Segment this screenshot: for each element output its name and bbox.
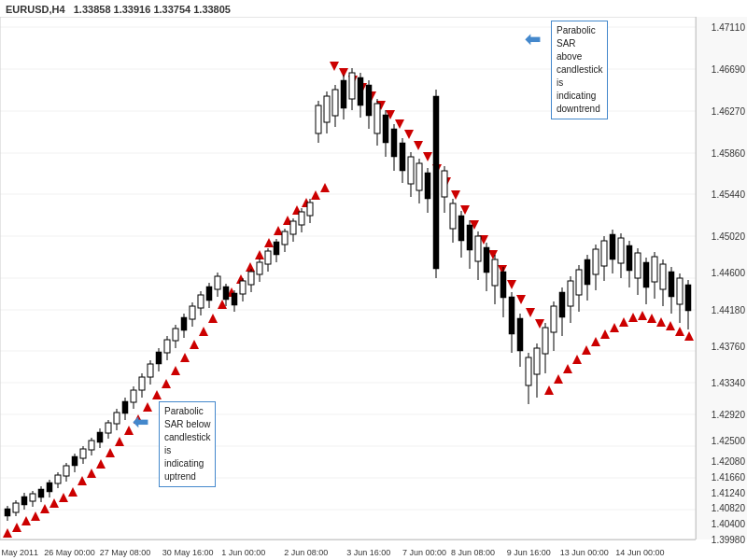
svg-rect-121 [131,390,136,402]
svg-rect-139 [206,287,212,301]
svg-marker-76 [563,364,572,373]
svg-rect-145 [232,293,237,305]
svg-marker-37 [199,327,208,336]
svg-marker-33 [162,379,171,388]
svg-rect-223 [559,292,565,317]
svg-marker-87 [666,321,675,330]
candlesticks [5,68,691,521]
y-label-16: 1.40820 [712,503,745,513]
svg-rect-203 [475,236,481,261]
svg-marker-60 [414,141,423,150]
svg-rect-107 [72,456,78,466]
svg-rect-161 [299,212,304,225]
y-label-3: 1.46270 [712,105,745,116]
svg-rect-211 [509,297,514,334]
svg-marker-22 [59,493,68,502]
svg-rect-115 [106,423,111,433]
svg-rect-113 [97,432,103,442]
svg-rect-195 [442,171,447,197]
svg-rect-243 [643,262,649,287]
svg-marker-50 [320,183,330,192]
svg-marker-43 [255,250,264,259]
y-label-14: 1.41660 [712,471,745,482]
y-label-12: 1.42500 [712,435,745,445]
svg-marker-79 [591,337,600,346]
svg-rect-235 [610,234,615,259]
svg-rect-249 [669,272,674,297]
svg-rect-93 [13,503,19,512]
downtrend-label: Parabolic SAR above candlestick is indic… [551,21,608,119]
svg-rect-241 [635,253,641,278]
svg-rect-147 [240,281,246,294]
svg-rect-239 [627,245,632,271]
x-label-7: 3 Jun 16:00 [346,548,390,557]
x-label-8: 7 Jun 00:00 [402,548,446,557]
svg-rect-231 [593,249,599,274]
svg-marker-38 [208,314,218,323]
svg-rect-157 [282,231,288,245]
y-label-15: 1.41240 [712,487,745,497]
x-label-2: 26 May 00:00 [44,548,95,557]
svg-rect-207 [492,259,498,286]
svg-marker-81 [610,323,619,332]
y-axis: 1.47110 1.46690 1.46270 1.45860 1.45440 … [696,17,747,539]
svg-rect-153 [265,251,271,264]
svg-marker-34 [171,366,180,375]
svg-marker-51 [330,62,339,71]
svg-rect-175 [358,77,363,105]
x-label-11: 13 Jun 00:00 [560,548,609,557]
y-label-4: 1.45860 [712,147,745,158]
y-label-7: 1.44600 [712,268,745,278]
svg-rect-129 [164,340,170,353]
x-label-10: 9 Jun 16:00 [507,548,551,557]
svg-rect-109 [80,449,86,458]
svg-rect-205 [484,247,489,273]
svg-marker-23 [68,487,78,497]
svg-rect-173 [349,73,355,99]
svg-marker-24 [78,476,87,485]
svg-marker-70 [507,280,516,289]
svg-rect-199 [458,216,464,241]
svg-marker-77 [572,355,582,364]
svg-rect-131 [173,329,178,341]
svg-rect-177 [366,85,372,116]
svg-marker-72 [526,308,535,317]
svg-marker-78 [582,345,591,355]
svg-rect-103 [55,475,61,483]
x-label-3: 27 May 08:00 [100,548,151,557]
svg-rect-225 [568,281,573,306]
svg-marker-74 [544,385,554,395]
y-label-17: 1.40400 [712,519,745,529]
y-label-9: 1.43760 [712,341,745,351]
svg-rect-135 [190,306,195,319]
uptrend-arrow: ⬅ [133,411,148,433]
svg-marker-84 [638,311,647,320]
svg-rect-149 [248,272,254,285]
svg-marker-18 [21,516,31,525]
y-label-6: 1.45020 [712,231,745,242]
svg-rect-189 [416,163,422,190]
svg-marker-89 [684,331,694,341]
svg-rect-197 [450,203,456,229]
svg-rect-97 [30,494,35,501]
svg-marker-28 [115,437,124,446]
svg-rect-213 [517,318,523,351]
svg-marker-21 [49,498,59,508]
svg-rect-181 [383,115,388,143]
y-label-8: 1.44180 [712,304,745,315]
x-label-6: 2 Jun 08:00 [284,548,328,557]
svg-marker-80 [600,329,610,339]
svg-marker-32 [152,390,162,399]
svg-marker-49 [311,190,320,200]
svg-marker-58 [395,119,404,129]
chart-header: EURUSD,H4 1.33858 1.33916 1.33754 1.3380… [6,4,231,15]
svg-rect-143 [223,287,229,300]
y-label-10: 1.43340 [712,378,745,388]
svg-rect-171 [341,80,346,108]
svg-marker-83 [628,313,638,322]
x-label-1: 24 May 2011 [0,548,38,557]
svg-rect-105 [63,466,69,476]
symbol-label: EURUSD,H4 [6,4,65,15]
svg-rect-125 [148,364,153,377]
svg-marker-88 [675,327,684,336]
